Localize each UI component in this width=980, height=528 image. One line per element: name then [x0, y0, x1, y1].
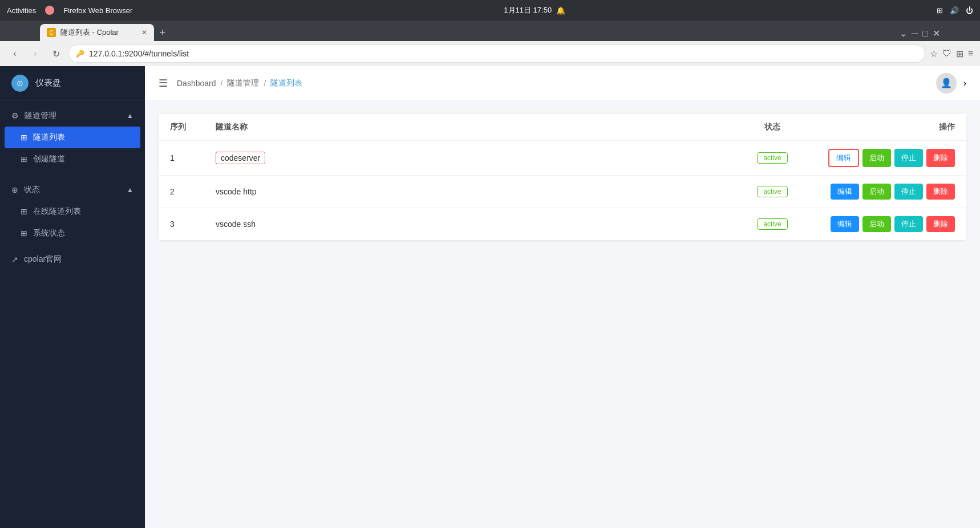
chevron-up-icon: ▲: [127, 112, 133, 120]
sidebar-item-tunnel-list[interactable]: ⊞ 隧道列表: [5, 127, 140, 148]
header-left: ☰ Dashboard / 隧道管理 / 隧道列表: [159, 77, 302, 90]
status-badge-1: active: [757, 152, 787, 164]
datetime-label: 1月11日 17:50: [504, 5, 552, 15]
dropdown-arrow-icon[interactable]: ›: [963, 78, 966, 88]
logo-icon: ⊙: [11, 75, 29, 92]
status-badge-2: active: [757, 186, 787, 197]
header-right: 👤 ›: [936, 73, 966, 94]
row3-stop-button[interactable]: 停止: [894, 216, 923, 232]
row1-actions: 编辑 启动 停止 删除: [807, 141, 966, 176]
row3-seq: 3: [159, 208, 204, 241]
tunnels-table: 序列 隧道名称 状态 操作 1 codeserver: [159, 114, 966, 240]
row2-seq: 2: [159, 176, 204, 208]
activities-label[interactable]: Activities: [7, 6, 36, 15]
sidebar-item-create-tunnel[interactable]: ⊞ 创建隧道: [0, 148, 145, 170]
minimize-button[interactable]: ─: [912, 29, 918, 39]
row2-edit-button[interactable]: 编辑: [831, 184, 859, 200]
row1-start-button[interactable]: 启动: [862, 149, 891, 167]
bell-icon[interactable]: 🔔: [556, 6, 565, 15]
sidebar-section-status: ⊕ 状态 ▲ ⊞ 在线隧道列表 ⊞ 系统状态: [0, 174, 145, 249]
row1-edit-button[interactable]: 编辑: [828, 149, 859, 167]
back-button[interactable]: ‹: [7, 46, 23, 62]
nav-bar: ‹ › ↻ 🔑 127.0.0.1:9200/#/tunnels/list ☆ …: [0, 41, 980, 66]
tab-list-button[interactable]: ⌄: [900, 28, 907, 39]
avatar-icon: 👤: [941, 78, 952, 88]
reload-button[interactable]: ↻: [48, 46, 64, 62]
new-tab-button[interactable]: +: [154, 24, 171, 41]
row2-delete-button[interactable]: 删除: [926, 184, 955, 200]
tab-title: 隧道列表 - Cpolar: [60, 27, 119, 38]
tab-close-button[interactable]: ✕: [141, 29, 147, 36]
sidebar-item-online-tunnels[interactable]: ⊞ 在线隧道列表: [0, 201, 145, 222]
row1-delete-button[interactable]: 删除: [926, 149, 955, 167]
row3-actions: 编辑 启动 停止 删除: [807, 208, 966, 241]
col-header-actions: 操作: [807, 114, 966, 141]
restore-button[interactable]: □: [922, 29, 928, 39]
row1-tunnel-name: codeserver: [216, 152, 265, 164]
row3-name: vscode ssh: [204, 208, 738, 241]
browser-tab[interactable]: C 隧道列表 - Cpolar ✕: [40, 24, 154, 41]
row3-edit-button[interactable]: 编辑: [831, 216, 859, 232]
sidebar-item-cpolar-website[interactable]: ↗ cpolar官网: [0, 249, 145, 270]
row2-start-button[interactable]: 启动: [862, 184, 891, 200]
hamburger-menu-button[interactable]: ≡: [968, 48, 973, 59]
sidebar-dashboard-label: 仪表盘: [35, 78, 61, 88]
grid-icon-3: ⊞: [21, 207, 27, 216]
browser-chrome: C 隧道列表 - Cpolar ✕ + ⌄ ─ □ ✕ ‹ › ↻ 🔑 127.…: [0, 21, 980, 66]
forward-button[interactable]: ›: [27, 46, 43, 62]
external-link-icon: ↗: [11, 255, 18, 264]
system-status-label: 系统状态: [33, 228, 65, 238]
row1-seq: 1: [159, 141, 204, 176]
status-icon: ⊕: [11, 185, 18, 194]
row1-action-btns: 编辑 启动 停止 删除: [818, 149, 955, 167]
col-header-name: 隧道名称: [204, 114, 738, 141]
security-icon: 🔑: [76, 50, 84, 58]
tunnel-management-icon: ⚙: [11, 111, 19, 120]
row2-stop-button[interactable]: 停止: [894, 184, 923, 200]
url-bar[interactable]: 🔑 127.0.0.1:9200/#/tunnels/list: [68, 44, 925, 63]
row1-stop-button[interactable]: 停止: [894, 149, 923, 167]
row3-start-button[interactable]: 启动: [862, 216, 891, 232]
col-header-seq: 序列: [159, 114, 204, 141]
row3-delete-button[interactable]: 删除: [926, 216, 955, 232]
menu-toggle-icon[interactable]: ☰: [159, 77, 168, 90]
sidebar-item-system-status[interactable]: ⊞ 系统状态: [0, 222, 145, 244]
tab-bar: C 隧道列表 - Cpolar ✕ + ⌄ ─ □ ✕: [0, 21, 980, 41]
table-body: 1 codeserver active 编辑 启动: [159, 141, 966, 241]
tunnel-list-label: 隧道列表: [33, 132, 65, 143]
breadcrumb-tunnel-list: 隧道列表: [270, 78, 302, 88]
content-area: ☰ Dashboard / 隧道管理 / 隧道列表 👤 ›: [145, 66, 980, 528]
shield-icon[interactable]: 🛡: [942, 48, 951, 59]
nav-extra: ☆ 🛡 ⊞ ≡: [930, 48, 973, 59]
sidebar-logo[interactable]: ⊙ 仪表盘: [0, 66, 145, 100]
url-text: 127.0.0.1:9200/#/tunnels/list: [89, 49, 189, 58]
breadcrumb-dashboard[interactable]: Dashboard: [177, 79, 216, 88]
taskbar: Activities Firefox Web Browser 1月11日 17:…: [0, 0, 980, 21]
breadcrumb-tunnel-management[interactable]: 隧道管理: [227, 78, 259, 88]
row2-status: active: [738, 176, 807, 208]
breadcrumb-sep-2: /: [264, 79, 266, 88]
volume-icon: 🔊: [950, 6, 959, 15]
chevron-up-icon-2: ▲: [127, 186, 133, 194]
main-layout: ⊙ 仪表盘 ⚙ 隧道管理 ▲ ⊞ 隧道列表 ⊞ 创建隧道 ⊕ 状态: [0, 66, 980, 528]
content-body: 序列 隧道名称 状态 操作 1 codeserver: [145, 100, 980, 528]
row3-status: active: [738, 208, 807, 241]
user-avatar[interactable]: 👤: [936, 73, 957, 94]
table-row: 2 vscode http active 编辑 启动: [159, 176, 966, 208]
extensions-icon[interactable]: ⊞: [956, 48, 963, 59]
sidebar-section-tunnel-management: ⚙ 隧道管理 ▲ ⊞ 隧道列表 ⊞ 创建隧道: [0, 100, 145, 174]
sidebar-section-tunnel-header[interactable]: ⚙ 隧道管理 ▲: [0, 105, 145, 127]
row2-actions: 编辑 启动 停止 删除: [807, 176, 966, 208]
sidebar: ⊙ 仪表盘 ⚙ 隧道管理 ▲ ⊞ 隧道列表 ⊞ 创建隧道 ⊕ 状态: [0, 66, 145, 528]
breadcrumb: Dashboard / 隧道管理 / 隧道列表: [177, 78, 302, 88]
status-label: 状态: [24, 185, 40, 195]
row3-tunnel-name: vscode ssh: [216, 220, 256, 229]
network-icon: ⊞: [937, 6, 943, 15]
taskbar-left: Activities Firefox Web Browser: [7, 6, 132, 15]
taskbar-right: ⊞ 🔊 ⏻: [937, 6, 973, 15]
close-window-button[interactable]: ✕: [933, 28, 940, 39]
sidebar-section-status-header[interactable]: ⊕ 状态 ▲: [0, 179, 145, 201]
row2-action-btns: 编辑 启动 停止 删除: [818, 184, 955, 200]
bookmark-star-icon[interactable]: ☆: [930, 48, 938, 59]
online-tunnels-label: 在线隧道列表: [33, 206, 81, 217]
